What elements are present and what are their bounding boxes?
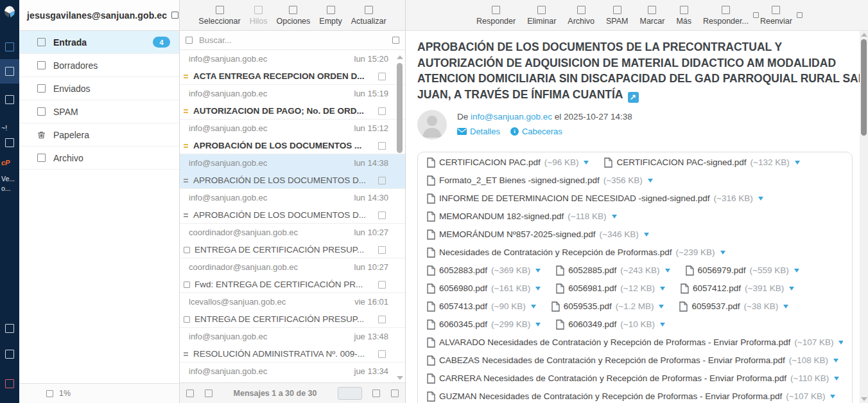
attachment[interactable]: CARRERA Necesidades de Contratación y Re… <box>427 373 839 384</box>
attachment[interactable]: 6057412.pdf (~391 KB) <box>681 283 794 294</box>
attachment-menu-arrow[interactable] <box>584 161 589 165</box>
attachment-menu-arrow[interactable] <box>789 287 794 291</box>
app-nav-truncated-label-2[interactable]: Ve... <box>1 175 19 183</box>
attachment-menu-arrow[interactable] <box>612 215 617 219</box>
message-checkbox[interactable] <box>378 73 386 80</box>
list-item[interactable]: info@sanjuan.gob.ec lun 15:20 ACTA ENTRE… <box>180 50 405 85</box>
folder-item[interactable]: Papelera <box>19 123 179 147</box>
list-item[interactable]: info@sanjuan.gob.ec jue 13:48 RESOLUCIÓN… <box>180 328 405 363</box>
attachment[interactable]: 6056979.pdf (~559 KB) <box>686 265 799 276</box>
attachment-menu-arrow[interactable] <box>659 305 664 309</box>
attachment[interactable]: MEMORANDUM 182-signed.pdf (~118 KB) <box>427 211 617 222</box>
message-toolbar-button[interactable]: Más <box>676 6 691 26</box>
attachment-menu-arrow[interactable] <box>535 323 541 327</box>
attachment[interactable]: CERTIFICACION PAC.pdf (~96 KB) <box>427 157 589 168</box>
search-icon[interactable] <box>186 37 193 44</box>
from-email-link[interactable]: info@sanjuan.gob.ec <box>471 112 552 121</box>
scroll-up-arrow[interactable] <box>861 33 867 37</box>
reading-scrollbar-thumb[interactable] <box>861 39 867 136</box>
app-nav-item-2[interactable] <box>0 59 19 84</box>
footer-next-page-icon[interactable] <box>372 390 380 397</box>
attachment[interactable]: ALVARADO Necesidades de Contratación y R… <box>427 337 843 348</box>
details-link[interactable]: Detalles <box>457 127 500 136</box>
message-toolbar-button[interactable]: Marcar <box>640 6 665 26</box>
message-toolbar-button[interactable]: Responder... <box>703 6 749 26</box>
message-toolbar-button[interactable]: Responder <box>476 6 516 26</box>
list-scrollbar-thumb[interactable] <box>397 63 403 153</box>
cpanel-logo-icon[interactable]: cP <box>1 159 19 166</box>
account-dropdown-icon[interactable] <box>171 12 178 19</box>
list-item[interactable]: info@sanjuan.gob.ec lun 14:30 APROBACIÓN… <box>180 189 405 224</box>
attachment-menu-arrow[interactable] <box>720 251 725 255</box>
account-header[interactable]: jesusgavilanes@sanjuan.gob.ec <box>19 0 179 31</box>
dropdown-icon[interactable] <box>753 12 759 18</box>
scroll-up-arrow[interactable] <box>397 55 403 59</box>
footer-prev-page-icon[interactable] <box>205 390 213 397</box>
attachment-menu-arrow[interactable] <box>833 359 838 363</box>
list-toolbar-button[interactable]: Empty <box>319 6 342 26</box>
scroll-down-arrow[interactable] <box>861 397 867 401</box>
attachment[interactable]: 6056981.pdf (~12 KB) <box>556 283 665 294</box>
attachment-menu-arrow[interactable] <box>660 287 665 291</box>
app-nav-item-5[interactable] <box>0 316 19 341</box>
list-toolbar-button[interactable]: Seleccionar <box>198 6 240 26</box>
attachment[interactable]: CERTIFICACION PAC-signed.pdf (~132 KB) <box>604 157 799 168</box>
message-toolbar-button[interactable]: Archivo <box>568 6 595 26</box>
footer-last-page-icon[interactable] <box>391 390 399 397</box>
attachment-menu-arrow[interactable] <box>665 269 670 273</box>
attachment-menu-arrow[interactable] <box>644 233 649 237</box>
search-options-icon[interactable] <box>392 37 399 44</box>
message-checkbox[interactable] <box>378 107 386 115</box>
list-item[interactable]: coordinador@sanjuan.gob.ec lun 10:27 Fwd… <box>180 258 405 293</box>
message-toolbar-button[interactable]: Eliminar <box>527 6 556 26</box>
attachment[interactable]: 6060345.pdf (~299 KB) <box>427 319 541 330</box>
attachment-menu-arrow[interactable] <box>531 305 536 309</box>
folder-item[interactable]: SPAM <box>19 100 179 123</box>
attachment[interactable]: 6059537.pdf (~38 KB) <box>679 301 788 312</box>
webmail-logo-icon[interactable] <box>1 4 18 23</box>
dropdown-icon[interactable] <box>797 12 803 18</box>
attachment[interactable]: MEMORÁNDUM Nº857-2025-signed.pdf (~346 K… <box>427 229 649 240</box>
app-nav-truncated-label-3[interactable]: o... <box>1 184 19 192</box>
message-toolbar-button[interactable]: Reenviar <box>760 6 792 26</box>
list-item[interactable]: info@sanjuan.gob.ec lun 15:19 AUTORIZACI… <box>180 85 405 120</box>
message-checkbox[interactable] <box>378 142 386 150</box>
list-toolbar-button[interactable]: Actualizar <box>351 6 386 26</box>
list-toolbar-button[interactable]: Hilos <box>250 6 268 26</box>
list-item[interactable]: info@sanjuan.gob.ec lun 15:12 APROBACIÓN… <box>180 120 405 154</box>
attachment[interactable]: INFORME DE DETERMINACION DE NECESIDAD -s… <box>427 193 763 204</box>
attachment-menu-arrow[interactable] <box>795 161 800 165</box>
app-nav-item-3[interactable] <box>0 87 19 112</box>
list-item[interactable]: info@sanjuan.gob.ec lun 14:38 APROBACIÓN… <box>180 154 405 189</box>
footer-first-page-icon[interactable] <box>186 390 194 397</box>
page-number-input[interactable] <box>338 387 362 400</box>
attachment[interactable]: 6059535.pdf (~1.2 MB) <box>551 301 664 312</box>
attachment[interactable]: 6060349.pdf (~10 KB) <box>556 319 665 330</box>
attachment-menu-arrow[interactable] <box>758 197 763 201</box>
attachment-menu-arrow[interactable] <box>834 377 839 381</box>
attachment[interactable]: 6052885.pdf (~243 KB) <box>556 265 670 276</box>
attachment[interactable]: 6052883.pdf (~369 KB) <box>427 265 541 276</box>
message-checkbox[interactable] <box>378 246 386 254</box>
scroll-down-arrow[interactable] <box>397 376 403 380</box>
attachment[interactable]: Formato_2_ET Bienes -signed-signed.pdf (… <box>427 175 653 186</box>
folder-item[interactable]: Enviados <box>19 77 179 100</box>
attachment-menu-arrow[interactable] <box>783 305 788 309</box>
attachment-menu-arrow[interactable] <box>535 269 541 273</box>
search-input[interactable] <box>199 35 386 45</box>
headers-link[interactable]: i Cabeceras <box>510 127 562 136</box>
external-link-icon[interactable]: ↗ <box>628 92 639 103</box>
app-nav-item-6[interactable] <box>0 342 19 366</box>
message-toolbar-button[interactable]: SPAM <box>606 6 629 26</box>
list-toolbar-button[interactable]: Opciones <box>276 6 310 26</box>
folder-item[interactable]: Borradores <box>19 54 179 77</box>
attachment[interactable]: 6056980.pdf (~161 KB) <box>427 283 541 294</box>
attachment-menu-arrow[interactable] <box>535 287 541 291</box>
attachment[interactable]: 6057413.pdf (~90 KB) <box>427 301 536 312</box>
list-item[interactable]: coordinador@sanjuan.gob.ec lun 10:27 ENT… <box>180 224 405 258</box>
attachment[interactable]: Necesidades de Contratación y Recepción … <box>427 247 725 258</box>
list-scrollbar[interactable] <box>397 55 403 380</box>
attachment-menu-arrow[interactable] <box>660 323 665 327</box>
message-checkbox[interactable] <box>378 211 386 219</box>
list-item[interactable]: info@sanjuan.gob.ec jue 13:34 <box>180 363 405 382</box>
